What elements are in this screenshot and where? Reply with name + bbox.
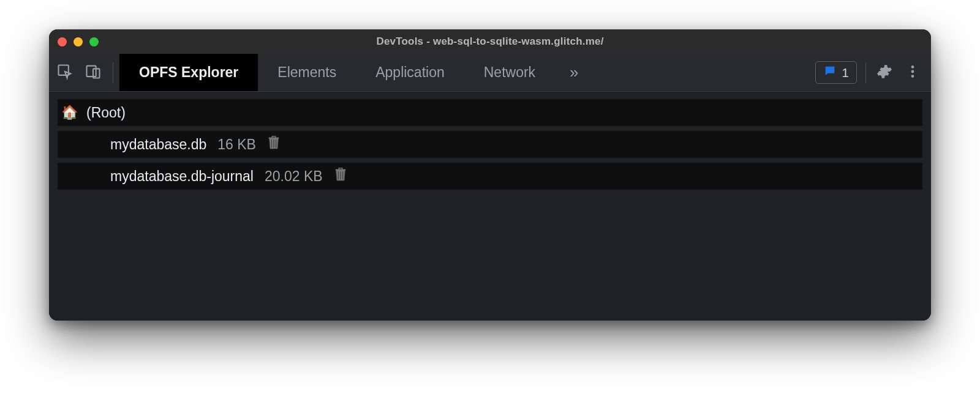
root-label: (Root) [86, 105, 126, 121]
close-window-button[interactable] [58, 37, 67, 46]
tab-application[interactable]: Application [356, 54, 464, 91]
minimize-window-button[interactable] [74, 37, 83, 46]
svg-point-4 [911, 70, 914, 73]
tab-network[interactable]: Network [464, 54, 555, 91]
toolbar-right: 1 [815, 54, 931, 91]
gear-icon [876, 64, 892, 82]
file-name: mydatabase.db [110, 136, 206, 153]
device-toolbar-icon[interactable] [85, 63, 102, 83]
trash-icon [334, 166, 347, 186]
window-controls [58, 37, 99, 46]
file-row[interactable]: mydatabase.db-journal 20.02 KB [58, 163, 922, 190]
issues-button[interactable]: 1 [815, 61, 857, 84]
chevron-right-double-icon: » [570, 63, 578, 82]
trash-icon [267, 135, 281, 154]
svg-rect-0 [59, 65, 69, 75]
tab-label: Application [375, 64, 445, 81]
tab-label: Network [484, 64, 535, 81]
svg-point-3 [911, 65, 914, 69]
tabs-overflow-button[interactable]: » [555, 54, 593, 91]
svg-point-5 [911, 75, 914, 78]
delete-file-button[interactable] [267, 136, 281, 152]
maximize-window-button[interactable] [89, 37, 99, 46]
issues-icon [823, 64, 837, 81]
devtools-toolbar: OPFS Explorer Elements Application Netwo… [49, 54, 931, 92]
toolbar-separator [865, 62, 866, 83]
inspect-element-icon[interactable] [56, 63, 74, 83]
tabs: OPFS Explorer Elements Application Netwo… [119, 54, 594, 91]
devtools-window: DevTools - web-sql-to-sqlite-wasm.glitch… [49, 29, 931, 321]
opfs-explorer-panel: 🏠 (Root) mydatabase.db 16 KB mydatabase.… [49, 92, 931, 321]
tab-label: Elements [277, 64, 336, 81]
more-options-button[interactable] [903, 64, 922, 82]
svg-rect-1 [87, 65, 96, 76]
issues-count: 1 [842, 65, 849, 80]
delete-file-button[interactable] [334, 168, 347, 184]
toolbar-separator [113, 62, 113, 83]
tab-label: OPFS Explorer [139, 64, 238, 81]
file-size: 16 KB [217, 136, 256, 153]
settings-button[interactable] [875, 64, 894, 82]
toolbar-spacer [594, 54, 816, 91]
kebab-icon [905, 64, 921, 82]
file-size: 20.02 KB [265, 168, 323, 185]
window-title: DevTools - web-sql-to-sqlite-wasm.glitch… [376, 35, 603, 48]
toolbar-left-icons [56, 54, 113, 91]
file-name: mydatabase.db-journal [110, 168, 254, 185]
tab-elements[interactable]: Elements [258, 54, 356, 91]
root-folder-row[interactable]: 🏠 (Root) [58, 99, 922, 126]
file-row[interactable]: mydatabase.db 16 KB [58, 131, 922, 158]
tab-opfs-explorer[interactable]: OPFS Explorer [119, 54, 258, 91]
titlebar: DevTools - web-sql-to-sqlite-wasm.glitch… [49, 29, 931, 54]
home-icon: 🏠 [61, 105, 78, 121]
